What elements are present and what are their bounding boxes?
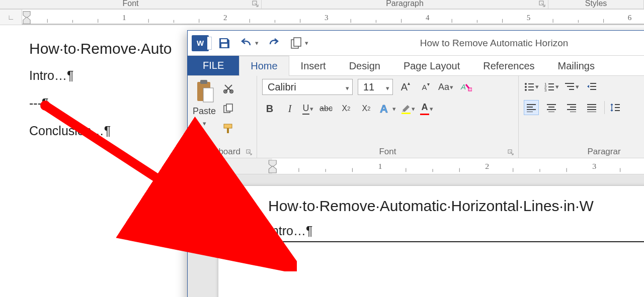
change-case-button[interactable]: Aa	[438, 82, 453, 92]
fg-document-text[interactable]: How·to·Remove·Automatic·Horizontal·Lines…	[268, 197, 644, 265]
svg-rect-29	[221, 39, 227, 42]
tab-mailings[interactable]: Mailings	[546, 56, 606, 75]
shrink-font-button[interactable]: A▾	[418, 79, 433, 94]
tab-home[interactable]: Home	[239, 56, 289, 76]
align-right-icon	[566, 103, 577, 112]
title-bar[interactable]: W How to Remove Automatic Horizon	[188, 31, 644, 56]
tab-file[interactable]: FILE	[188, 56, 239, 75]
redo-icon	[268, 37, 281, 49]
highlight-color-swatch	[401, 113, 411, 114]
dialog-launcher-icon[interactable]	[539, 1, 546, 8]
tab-selector[interactable]: ∟	[0, 10, 22, 25]
chevron-down-icon	[576, 83, 579, 90]
align-center-button[interactable]	[544, 100, 559, 115]
doc-heading[interactable]: How·to·Remove·Auto	[29, 40, 172, 57]
justify-button[interactable]	[584, 100, 599, 115]
line-spacing-icon	[610, 103, 621, 113]
new-document-button[interactable]	[290, 37, 308, 50]
fg-document-area[interactable]: How·to·Remove·Automatic·Horizontal·Lines…	[188, 174, 644, 297]
text-label: Styles	[585, 0, 607, 8]
paste-options-icon[interactable]	[226, 229, 236, 239]
ruler-scale[interactable]: 1 2 3 4 5 6	[22, 10, 644, 25]
underline-button[interactable]: U	[302, 101, 313, 116]
decrease-indent-button[interactable]	[584, 79, 599, 94]
indent-markers-icon	[23, 12, 30, 24]
bg-paragraph-group-label: Paragraph	[262, 0, 548, 9]
chevron-down-icon	[450, 83, 453, 91]
font-color-button[interactable]: A	[420, 101, 433, 116]
svg-rect-34	[200, 80, 207, 84]
tab-insert[interactable]: Insert	[289, 56, 338, 75]
fg-horizontal-ruler[interactable]: L 123	[188, 158, 644, 174]
svg-point-51	[525, 89, 527, 91]
multilevel-list-button[interactable]	[564, 81, 579, 91]
font-size-combo[interactable]: 11	[358, 79, 393, 95]
bold-button[interactable]: B	[262, 101, 277, 116]
strikethrough-button[interactable]: abc	[318, 101, 334, 116]
tab-references[interactable]: References	[471, 56, 546, 75]
bg-horizontal-ruler[interactable]: ∟ 1 2 3 4 5 6	[0, 9, 644, 25]
svg-rect-30	[221, 44, 227, 47]
line-spacing-button[interactable]	[610, 103, 621, 113]
redo-button[interactable]	[268, 37, 281, 49]
subscript-button[interactable]: X2	[339, 101, 354, 116]
undo-button[interactable]	[240, 37, 259, 49]
svg-rect-103	[228, 231, 233, 237]
superscript-button[interactable]: X2	[359, 101, 374, 116]
tab-design[interactable]: Design	[338, 56, 392, 75]
font-name-combo[interactable]: Calibri	[262, 79, 353, 95]
ruler-scale[interactable]: 123	[208, 158, 644, 174]
doc-paragraph[interactable]: Conclusion…¶	[29, 124, 172, 138]
paintbrush-icon	[222, 123, 234, 134]
grow-font-button[interactable]: A▴	[398, 79, 413, 94]
svg-text:1: 1	[122, 14, 126, 21]
font-color-icon: A	[422, 102, 428, 113]
outdent-icon	[586, 81, 597, 91]
paste-button[interactable]: Paste	[193, 79, 216, 128]
svg-text:3: 3	[325, 14, 329, 21]
svg-text:4: 4	[426, 14, 430, 21]
svg-text:6: 6	[628, 14, 632, 21]
word-app-icon[interactable]: W	[192, 35, 209, 51]
align-right-button[interactable]	[564, 100, 579, 115]
dialog-launcher-icon[interactable]	[508, 149, 514, 156]
dialog-launcher-icon[interactable]	[246, 149, 253, 156]
save-button[interactable]	[218, 37, 231, 50]
grow-font-icon: A	[401, 81, 408, 93]
doc-paragraph[interactable]: ¶	[268, 247, 644, 262]
chevron-down-icon[interactable]	[255, 39, 259, 47]
save-icon	[218, 37, 231, 50]
doc-paragraph[interactable]: Intro…¶	[268, 224, 644, 238]
italic-button[interactable]: I	[282, 101, 297, 116]
doc-paragraph[interactable]: ---¶	[29, 96, 172, 111]
tab-selector[interactable]: L	[188, 158, 208, 174]
auto-horizontal-line[interactable]	[268, 241, 644, 242]
svg-point-47	[525, 83, 527, 85]
numbering-button[interactable]: 123	[544, 81, 559, 91]
copy-button[interactable]	[221, 101, 236, 116]
text-effects-button[interactable]: A	[379, 101, 396, 116]
format-painter-button[interactable]	[221, 121, 236, 136]
bg-document-text[interactable]: How·to·Remove·Auto Intro…¶ ---¶ Conclusi…	[29, 40, 172, 151]
doc-heading[interactable]: How·to·Remove·Automatic·Horizontal·Lines…	[268, 197, 644, 215]
clear-formatting-button[interactable]: A	[458, 79, 473, 94]
align-left-button[interactable]	[524, 100, 539, 115]
svg-point-49	[525, 86, 527, 88]
dialog-launcher-icon[interactable]	[252, 1, 259, 8]
highlight-button[interactable]	[401, 101, 415, 116]
bg-font-group-label: Font	[0, 0, 262, 9]
align-center-icon	[546, 103, 557, 112]
bg-styles-group-label: Styles	[548, 0, 644, 9]
chevron-down-icon[interactable]	[203, 119, 206, 128]
text-effects-icon: A	[379, 103, 392, 115]
bullets-icon	[524, 81, 535, 91]
text-label: Clipboard	[204, 147, 240, 156]
chevron-down-icon[interactable]	[305, 39, 308, 47]
svg-rect-39	[226, 104, 232, 111]
cut-button[interactable]	[221, 81, 236, 96]
doc-paragraph[interactable]: Intro…¶	[29, 68, 172, 83]
svg-text:3: 3	[592, 162, 596, 170]
svg-marker-28	[23, 17, 30, 24]
bullets-button[interactable]	[524, 81, 539, 91]
tab-page-layout[interactable]: Page Layout	[392, 56, 471, 75]
